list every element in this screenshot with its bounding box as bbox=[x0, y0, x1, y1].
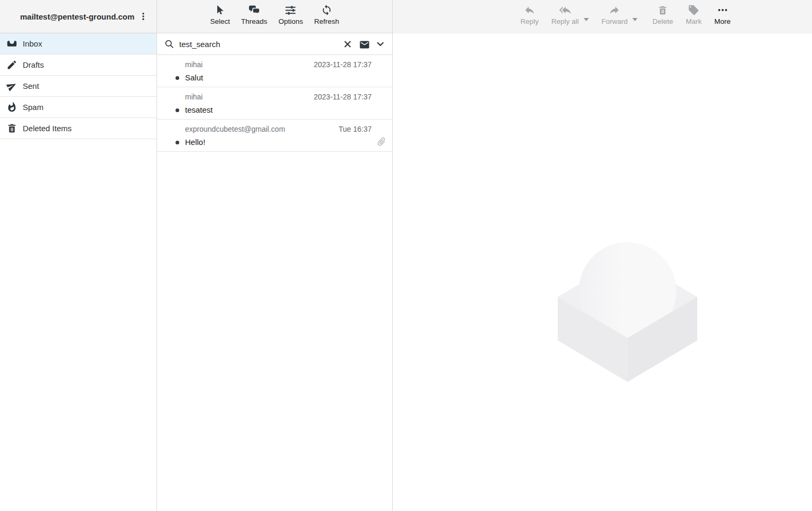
message-date: 2023-11-28 17:37 bbox=[314, 93, 372, 101]
reply-all-label: Reply all bbox=[551, 17, 579, 25]
forward-icon bbox=[608, 4, 621, 16]
reply-all-button[interactable]: Reply all bbox=[551, 4, 579, 25]
message-subject: tesatest bbox=[185, 105, 213, 114]
reply-all-icon bbox=[559, 4, 571, 16]
message-row-meta: exproundcubetest@gmail.com Tue 16:37 bbox=[157, 125, 392, 133]
more-button[interactable]: More bbox=[714, 4, 731, 25]
ellipsis-icon bbox=[716, 4, 729, 16]
envelope-icon[interactable] bbox=[359, 39, 369, 49]
more-label: More bbox=[714, 17, 731, 25]
unread-dot bbox=[176, 141, 179, 144]
unread-dot bbox=[176, 108, 179, 112]
delete-button[interactable]: Delete bbox=[652, 4, 673, 25]
sync-icon bbox=[320, 4, 333, 16]
threads-button[interactable]: Threads bbox=[241, 4, 267, 25]
delete-group: Delete bbox=[652, 4, 673, 25]
sliders-icon bbox=[284, 4, 297, 16]
select-label: Select bbox=[210, 17, 230, 25]
unread-dot bbox=[176, 76, 179, 80]
message-list-column: Select Threads Options Refresh bbox=[157, 0, 393, 511]
fire-icon bbox=[6, 102, 17, 113]
sidebar-item-label: Drafts bbox=[23, 60, 44, 69]
content-panel: Reply Reply all Forward bbox=[393, 0, 812, 511]
clear-icon[interactable] bbox=[343, 39, 353, 49]
message-row-meta: mihai 2023-11-28 17:37 bbox=[157, 60, 392, 69]
message-sender: exproundcubetest@gmail.com bbox=[185, 125, 285, 133]
message-toolbar: Reply Reply all Forward bbox=[393, 0, 812, 33]
select-button[interactable]: Select bbox=[210, 4, 230, 25]
cursor-icon bbox=[214, 4, 226, 16]
list-toolbar: Select Threads Options Refresh bbox=[157, 0, 392, 33]
sidebar-item-drafts[interactable]: Drafts bbox=[0, 54, 156, 76]
sidebar-item-label: Inbox bbox=[23, 39, 42, 48]
reply-group: Reply bbox=[520, 4, 539, 25]
reply-icon bbox=[523, 4, 536, 16]
folder-actions-button[interactable] bbox=[136, 7, 150, 25]
sidebar-item-inbox[interactable]: Inbox bbox=[0, 33, 156, 54]
search-bar bbox=[157, 33, 392, 55]
message-list: mihai 2023-11-28 17:37 Salut mihai 2023-… bbox=[157, 55, 392, 511]
forward-group: Forward bbox=[602, 4, 638, 25]
reply-all-caret-icon[interactable] bbox=[584, 18, 589, 21]
paperclip-icon bbox=[374, 134, 389, 149]
message-row-subject-line: Salut bbox=[157, 73, 392, 83]
paper-plane-icon bbox=[6, 80, 17, 92]
forward-button[interactable]: Forward bbox=[602, 4, 628, 25]
forward-label: Forward bbox=[602, 17, 628, 25]
message-sender: mihai bbox=[185, 93, 202, 101]
forward-caret-icon[interactable] bbox=[632, 18, 638, 21]
message-subject: Hello! bbox=[185, 138, 205, 147]
message-row[interactable]: mihai 2023-11-28 17:37 Salut bbox=[157, 55, 392, 87]
account-email: mailtest@pentest-ground.com bbox=[20, 12, 134, 21]
refresh-label: Refresh bbox=[314, 17, 339, 25]
message-date: Tue 16:37 bbox=[338, 125, 372, 133]
sidebar: mailtest@pentest-ground.com Inbox Drafts bbox=[0, 0, 157, 511]
sidebar-item-sent[interactable]: Sent bbox=[0, 76, 156, 97]
reply-label: Reply bbox=[520, 17, 539, 25]
trash-icon bbox=[657, 4, 669, 16]
sidebar-item-label: Spam bbox=[23, 103, 43, 112]
chat-bubbles-icon bbox=[248, 4, 261, 16]
mark-group: Mark bbox=[686, 4, 702, 25]
mark-button[interactable]: Mark bbox=[686, 4, 702, 25]
refresh-button[interactable]: Refresh bbox=[314, 4, 339, 25]
reply-button[interactable]: Reply bbox=[520, 4, 539, 25]
options-button[interactable]: Options bbox=[279, 4, 303, 25]
trash-icon bbox=[6, 123, 17, 134]
mark-label: Mark bbox=[686, 17, 702, 25]
options-label: Options bbox=[279, 17, 303, 25]
search-input[interactable] bbox=[179, 40, 336, 49]
inbox-icon bbox=[6, 38, 17, 49]
delete-label: Delete bbox=[652, 17, 673, 25]
sidebar-item-spam[interactable]: Spam bbox=[0, 97, 156, 118]
message-row-meta: mihai 2023-11-28 17:37 bbox=[157, 93, 392, 101]
message-row[interactable]: exproundcubetest@gmail.com Tue 16:37 Hel… bbox=[157, 120, 392, 152]
message-row-subject-line: Hello! bbox=[157, 138, 392, 147]
message-sender: mihai bbox=[185, 60, 202, 69]
search-icon bbox=[164, 39, 174, 49]
pencil-icon bbox=[6, 59, 17, 70]
message-row[interactable]: mihai 2023-11-28 17:37 tesatest bbox=[157, 87, 392, 120]
reply-all-group: Reply all bbox=[551, 4, 589, 25]
sidebar-item-label: Sent bbox=[23, 81, 39, 90]
sidebar-item-label: Deleted Items bbox=[23, 124, 72, 133]
threads-label: Threads bbox=[241, 17, 267, 25]
message-subject: Salut bbox=[185, 73, 203, 82]
message-row-subject-line: tesatest bbox=[157, 105, 392, 115]
roundcube-watermark bbox=[557, 242, 698, 384]
kebab-icon bbox=[139, 12, 148, 21]
sidebar-item-deleted-items[interactable]: Deleted Items bbox=[0, 118, 156, 139]
webmail-app: mailtest@pentest-ground.com Inbox Drafts bbox=[0, 0, 812, 511]
account-header: mailtest@pentest-ground.com bbox=[0, 0, 156, 33]
message-date: 2023-11-28 17:37 bbox=[314, 60, 372, 69]
tag-icon bbox=[687, 4, 700, 16]
chevron-down-icon[interactable] bbox=[375, 39, 385, 49]
more-group: More bbox=[714, 4, 731, 25]
